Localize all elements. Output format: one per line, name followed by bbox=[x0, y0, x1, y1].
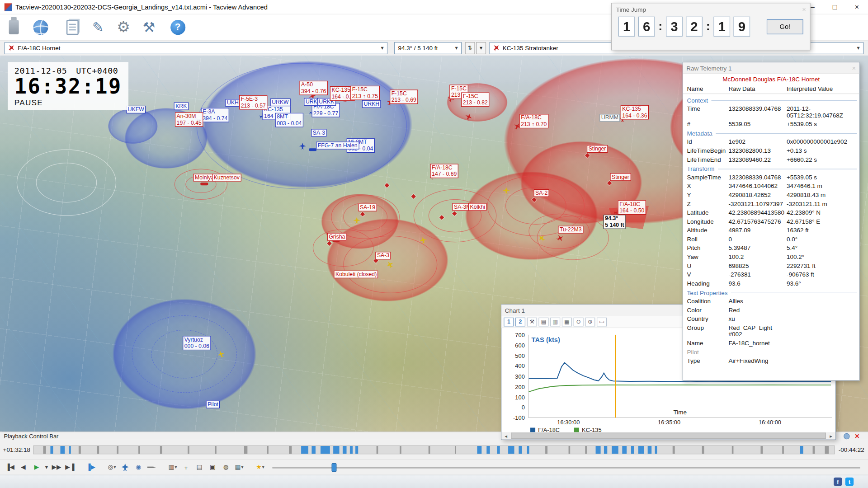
time-jump-digit-0[interactable]: 1 bbox=[618, 17, 635, 37]
timeline-segment[interactable] bbox=[289, 446, 292, 453]
timeline-segment[interactable] bbox=[377, 446, 378, 453]
timeline-segment[interactable] bbox=[215, 446, 217, 453]
timeline-segment[interactable] bbox=[79, 446, 81, 453]
facebook-icon[interactable]: f bbox=[834, 478, 842, 486]
timeline-segment[interactable] bbox=[519, 446, 522, 453]
timeline-segment[interactable] bbox=[97, 446, 99, 453]
timeline-segment[interactable] bbox=[51, 446, 53, 453]
timeline-segment[interactable] bbox=[429, 446, 430, 453]
timeline-segment[interactable] bbox=[355, 446, 358, 453]
import-flight-button[interactable] bbox=[3, 16, 24, 38]
play-button[interactable]: ▶ bbox=[30, 461, 43, 474]
map-object-label[interactable]: Pilot bbox=[206, 401, 220, 408]
time-jump-digit-4[interactable]: 1 bbox=[713, 17, 730, 37]
timeline-segment[interactable] bbox=[622, 446, 627, 453]
map-object-label[interactable]: SA-3 bbox=[311, 129, 327, 136]
world-view-button[interactable]: ◉ bbox=[132, 461, 145, 474]
timeline-segment[interactable] bbox=[800, 446, 803, 453]
map-object-label[interactable]: SA-3 bbox=[375, 252, 391, 259]
skip-to-start-button[interactable]: ▐◀ bbox=[3, 461, 16, 474]
play-backward-button[interactable]: ◀ bbox=[17, 461, 30, 474]
timeline-segment[interactable] bbox=[321, 446, 330, 453]
timeline-segment[interactable] bbox=[673, 446, 675, 453]
map-object-label[interactable]: Kobuleti (closed) bbox=[334, 271, 378, 278]
playback-slider-handle[interactable] bbox=[332, 463, 337, 472]
twitter-icon[interactable]: t bbox=[845, 478, 854, 486]
timeline-segment[interactable] bbox=[604, 446, 607, 453]
selector-options-button[interactable]: ▾ bbox=[476, 42, 486, 54]
primary-object-selector[interactable]: F/A-18C Hornet ▾ bbox=[5, 42, 387, 54]
tools-button[interactable]: ⚒ bbox=[138, 16, 160, 38]
time-jump-go-button[interactable]: Go! bbox=[767, 19, 803, 34]
close-panel-icon[interactable]: ✕ bbox=[854, 432, 859, 440]
timeline-segment[interactable] bbox=[139, 446, 141, 453]
timeline-segment[interactable] bbox=[69, 446, 71, 453]
time-jump-digit-3[interactable]: 2 bbox=[686, 17, 703, 37]
chart-scrollbar[interactable]: ◂ ▸ bbox=[502, 432, 835, 439]
attitude-selector[interactable]: 94.3° / 5 140 ft ▾ bbox=[394, 42, 462, 54]
online-database-button[interactable] bbox=[30, 16, 51, 38]
map-object-label[interactable]: FFG-7 an Halen bbox=[316, 141, 359, 149]
map-object-label[interactable]: URMM bbox=[599, 114, 620, 122]
map-object-label[interactable]: Stinger bbox=[587, 145, 608, 153]
map-object-label[interactable]: F-15C 213 ↑ 0.75 bbox=[350, 86, 380, 100]
maximize-button[interactable]: □ bbox=[824, 0, 846, 14]
timeline-segment[interactable] bbox=[43, 446, 46, 453]
map-object-label[interactable]: F/A-18C 164 - 0.50 bbox=[618, 200, 646, 215]
zoom-reset-button[interactable]: ▭ bbox=[597, 317, 607, 326]
map-object-label[interactable]: A-50 394 - 0.76 bbox=[299, 81, 328, 95]
help-button[interactable]: ? bbox=[167, 16, 189, 38]
timeline-segment[interactable] bbox=[702, 446, 704, 453]
chart-style-3-button[interactable]: ▦ bbox=[562, 317, 572, 326]
timeline-segment[interactable] bbox=[655, 446, 657, 453]
map-object-label[interactable]: KC-135 164 - 0.36 bbox=[621, 105, 649, 120]
timeline-track[interactable] bbox=[33, 445, 835, 454]
measure-button[interactable]: + bbox=[179, 461, 193, 474]
timeline-segment[interactable] bbox=[568, 446, 570, 453]
timeline-segment[interactable] bbox=[343, 446, 346, 453]
close-icon[interactable]: × bbox=[802, 5, 806, 13]
dropdown-arrow-icon[interactable]: ▾ bbox=[241, 465, 243, 470]
timeline-segment[interactable] bbox=[732, 446, 734, 453]
map-object-label[interactable]: An-30M 197 - 0.45 bbox=[175, 113, 203, 127]
timeline-segment[interactable] bbox=[117, 446, 119, 453]
timeline-segment[interactable] bbox=[812, 446, 815, 453]
dropdown-arrow-icon[interactable]: ▾ bbox=[262, 465, 264, 470]
close-icon[interactable]: × bbox=[852, 64, 856, 71]
playback-slider-groove[interactable] bbox=[272, 467, 860, 469]
settings-button[interactable]: ⚙ bbox=[113, 16, 134, 38]
map-object-label[interactable]: Kolkhi bbox=[468, 203, 487, 211]
ship-icon[interactable] bbox=[309, 148, 316, 151]
scroll-right-arrow-icon[interactable]: ▸ bbox=[827, 433, 835, 438]
play-options-dropdown[interactable]: ▾ bbox=[43, 461, 50, 474]
zoom-out-button[interactable]: ⊖ bbox=[574, 317, 584, 326]
timeline-segment[interactable] bbox=[244, 446, 247, 453]
map-object-label[interactable]: E-3A 394 - 0.74 bbox=[201, 108, 229, 122]
timeline-segment[interactable] bbox=[311, 446, 316, 453]
map-object-label[interactable]: Stinger bbox=[610, 173, 631, 181]
timeline-segment[interactable] bbox=[527, 446, 529, 453]
timeline-segment[interactable] bbox=[585, 446, 587, 453]
timeline-segment[interactable] bbox=[497, 446, 500, 453]
map-object-label[interactable]: Kuznetsov bbox=[212, 174, 241, 181]
aircraft-view-button[interactable] bbox=[118, 461, 132, 474]
timeline-segment[interactable] bbox=[60, 446, 65, 453]
timeline-segment[interactable] bbox=[596, 446, 601, 453]
ship-icon[interactable] bbox=[200, 183, 208, 185]
timeline-segment[interactable] bbox=[487, 446, 490, 453]
terrain-button[interactable]: ◍ bbox=[219, 461, 232, 474]
step-forward-button[interactable]: ▐▶ bbox=[84, 461, 97, 474]
chevron-down-icon[interactable]: ▾ bbox=[452, 45, 461, 51]
map-object-label[interactable]: URKW bbox=[270, 99, 291, 106]
telemetry-window-titlebar[interactable]: Raw Telemetry 1 × bbox=[683, 62, 859, 73]
map-object-label[interactable]: 94.3° 5 140 ft bbox=[604, 215, 626, 229]
weapon-view-button[interactable] bbox=[145, 461, 158, 474]
timeline-segment[interactable] bbox=[267, 446, 269, 453]
scrollbar-thumb[interactable] bbox=[511, 433, 826, 439]
chart-style-2-button[interactable]: ▥ bbox=[550, 317, 560, 326]
time-jump-digit-1[interactable]: 6 bbox=[638, 17, 655, 37]
timeline-segment[interactable] bbox=[301, 446, 308, 453]
chart-slot-1-button[interactable]: 1 bbox=[504, 317, 514, 326]
labels-button[interactable]: ▤ bbox=[193, 461, 206, 474]
scroll-left-arrow-icon[interactable]: ◂ bbox=[502, 433, 510, 438]
